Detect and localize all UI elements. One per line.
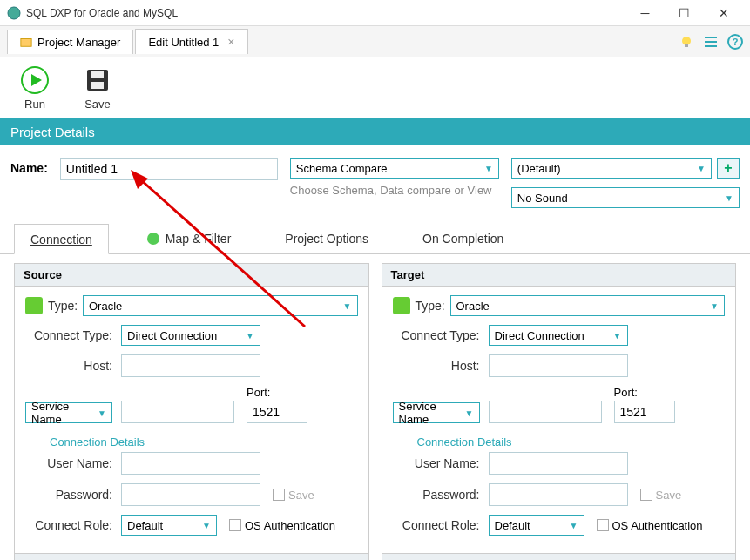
chevron-down-icon: ▼: [202, 521, 211, 530]
lightbulb-icon[interactable]: [679, 34, 694, 50]
minimize-button[interactable]: ─: [625, 1, 665, 25]
password-label: Password:: [25, 488, 121, 502]
source-password-input[interactable]: [121, 483, 260, 506]
filter-icon: [146, 232, 160, 246]
chevron-down-icon: ▼: [246, 331, 254, 341]
svg-rect-4: [705, 37, 717, 38]
target-username-input[interactable]: [489, 452, 628, 475]
chevron-down-icon: ▼: [570, 521, 578, 530]
source-panel: Source Type: Oracle ▼ Connect Type: Dire…: [14, 263, 369, 560]
svg-rect-5: [705, 41, 717, 43]
help-icon[interactable]: ?: [727, 34, 743, 50]
tab-label: Project Manager: [37, 36, 120, 49]
source-username-input[interactable]: [121, 452, 260, 475]
target-service-input[interactable]: [489, 401, 602, 423]
target-connect-type-dropdown[interactable]: Direct Connection ▼: [489, 325, 628, 346]
svg-rect-6: [705, 45, 717, 47]
target-service-dropdown[interactable]: Service Name ▼: [393, 402, 480, 423]
svg-point-14: [147, 233, 159, 245]
target-host-input[interactable]: [489, 354, 628, 377]
type-label: Type:: [48, 299, 83, 313]
port-label: Port:: [614, 386, 675, 399]
target-role-dropdown[interactable]: Default ▼: [489, 515, 584, 536]
chevron-down-icon: ▼: [343, 301, 352, 311]
source-connect-type-dropdown[interactable]: Direct Connection ▼: [121, 325, 260, 346]
role-label: Connect Role:: [25, 518, 121, 532]
database-icon: [393, 297, 410, 314]
tab-on-completion[interactable]: On Completion: [406, 224, 520, 253]
document-tabs: Project Manager Edit Untitled 1 × ?: [0, 26, 750, 57]
target-password-input[interactable]: [489, 483, 628, 506]
svg-point-2: [682, 37, 691, 45]
source-role-dropdown[interactable]: Default ▼: [121, 515, 217, 536]
tab-project-manager[interactable]: Project Manager: [7, 30, 133, 54]
name-label: Name:: [10, 161, 48, 175]
svg-marker-10: [31, 74, 42, 86]
titlebar: SQL DXP for Oracle and MySQL ─ ☐ ✕: [0, 0, 750, 26]
run-label: Run: [24, 98, 45, 111]
save-button[interactable]: Save: [84, 66, 111, 111]
play-icon: [21, 66, 49, 94]
toolbar: Run Save: [0, 57, 750, 118]
source-type-dropdown[interactable]: Oracle ▼: [83, 295, 358, 316]
chevron-down-icon: ▼: [613, 331, 622, 341]
profile-dropdown[interactable]: (Default) ▼: [511, 158, 712, 179]
host-label: Host:: [393, 359, 489, 373]
tab-edit-untitled[interactable]: Edit Untitled 1 ×: [135, 29, 247, 54]
type-label: Type:: [416, 299, 450, 313]
close-button[interactable]: ✕: [704, 1, 743, 25]
tab-map-filter[interactable]: Map & Filter: [130, 224, 247, 253]
app-icon: [7, 6, 21, 20]
source-os-auth-checkbox[interactable]: OS Authentication: [229, 519, 335, 532]
connection-panels: Source Type: Oracle ▼ Connect Type: Dire…: [0, 254, 750, 560]
project-details-row: Name: Schema Compare ▼ Choose Schema, Da…: [0, 145, 750, 220]
source-host-input[interactable]: [121, 354, 260, 377]
folder-icon: [20, 36, 32, 48]
role-label: Connect Role:: [393, 518, 489, 532]
menu-icon[interactable]: [703, 34, 719, 50]
target-save-checkbox[interactable]: Save: [640, 489, 682, 502]
tab-project-options[interactable]: Project Options: [268, 224, 385, 253]
save-icon: [84, 66, 111, 94]
user-label: User Name:: [25, 456, 121, 470]
svg-rect-13: [91, 82, 104, 89]
compare-helper-text: Choose Schema, Data compare or View: [290, 184, 499, 197]
svg-rect-12: [91, 71, 104, 78]
connect-type-label: Connect Type:: [25, 328, 121, 342]
chevron-down-icon: ▼: [484, 164, 493, 173]
password-label: Password:: [393, 488, 489, 502]
source-port-input[interactable]: [247, 401, 307, 423]
tab-connection[interactable]: Connection: [14, 224, 109, 254]
chevron-down-icon: ▼: [725, 193, 733, 203]
tab-label: Edit Untitled 1: [148, 36, 219, 49]
target-port-input[interactable]: [614, 401, 675, 423]
connection-details-group: Connection Details: [25, 432, 358, 452]
svg-text:?: ?: [733, 37, 739, 47]
compare-type-dropdown[interactable]: Schema Compare ▼: [290, 158, 499, 179]
source-header: Source: [15, 264, 368, 287]
maximize-button[interactable]: ☐: [665, 1, 704, 25]
close-tab-icon[interactable]: ×: [227, 35, 234, 49]
chevron-down-icon: ▼: [465, 408, 474, 418]
run-button[interactable]: Run: [21, 66, 49, 111]
window-title: SQL DXP for Oracle and MySQL: [26, 7, 625, 19]
database-icon: [25, 297, 43, 314]
target-panel: Target Type: Oracle ▼ Connect Type: Dire…: [382, 263, 737, 560]
source-service-input[interactable]: [121, 401, 234, 423]
source-service-dropdown[interactable]: Service Name ▼: [25, 402, 112, 423]
add-profile-button[interactable]: +: [717, 158, 740, 179]
svg-rect-1: [21, 39, 31, 47]
sound-dropdown[interactable]: No Sound ▼: [511, 187, 740, 208]
save-label: Save: [84, 98, 111, 111]
target-os-auth-checkbox[interactable]: OS Authentication: [597, 519, 703, 532]
name-input[interactable]: [60, 158, 278, 180]
profile-value: (Default): [517, 162, 561, 175]
compare-type-value: Schema Compare: [296, 162, 388, 175]
host-label: Host:: [25, 359, 121, 373]
main-tabs: Connection Map & Filter Project Options …: [0, 224, 750, 254]
target-type-dropdown[interactable]: Oracle ▼: [450, 295, 726, 316]
connection-details-group: Connection Details: [393, 432, 726, 452]
source-save-checkbox[interactable]: Save: [273, 489, 314, 502]
sound-value: No Sound: [517, 192, 568, 205]
target-header: Target: [382, 264, 736, 287]
